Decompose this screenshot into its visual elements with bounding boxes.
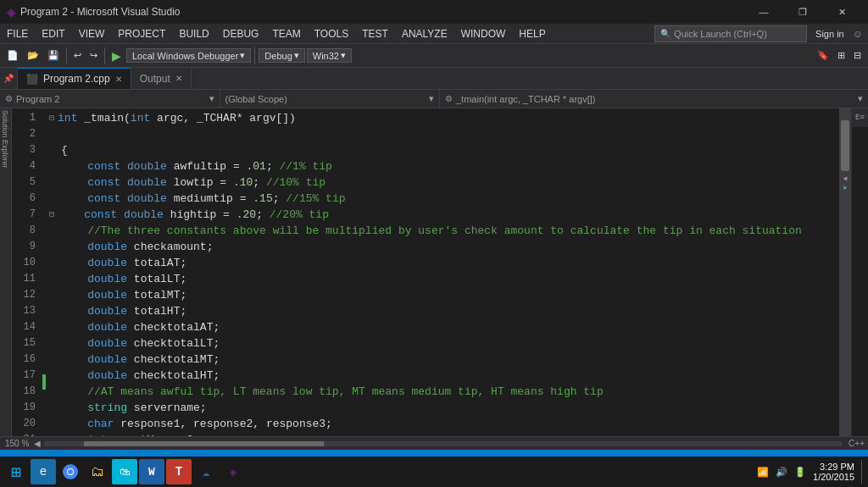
toolbar-btn-extra2[interactable]: ⊟: [850, 48, 865, 63]
project-name: Program 2: [16, 94, 59, 104]
config-dropdown[interactable]: Debug ▾: [259, 48, 304, 63]
project-dropdown[interactable]: ⚙ Program 2 ▾: [0, 90, 220, 108]
code-line-8: //The three constants above will be mult…: [49, 223, 839, 239]
chevron-down-icon-2: ▾: [294, 50, 299, 61]
platform-label: Win32: [313, 51, 339, 61]
tab-output-close-button[interactable]: ✕: [175, 74, 182, 83]
chevron-down-icon-4: ▾: [209, 93, 214, 104]
debugger-label: Local Windows Debugger: [132, 51, 238, 61]
word-icon[interactable]: W: [139, 459, 164, 484]
bookmark-button[interactable]: 🔖: [814, 48, 832, 63]
nav-bar: ⚙ Program 2 ▾ (Global Scope) ▾ ⚙ _tmain(…: [0, 90, 868, 108]
onedrive-icon[interactable]: ☁: [193, 459, 219, 484]
menu-analyze[interactable]: ANALYZE: [395, 24, 454, 43]
tab-bar: 📌 ⬛ Program 2.cpp ✕ Output ✕: [0, 68, 868, 90]
vs-taskbar-icon[interactable]: ◈: [220, 459, 246, 484]
menu-view[interactable]: VIEW: [72, 24, 112, 43]
close-button[interactable]: ✕: [822, 0, 861, 24]
scrollbar-thumb[interactable]: [841, 120, 849, 171]
menu-test[interactable]: TEST: [355, 24, 395, 43]
menu-debug[interactable]: DEBUG: [216, 24, 266, 43]
code-editor[interactable]: ⊟int _tmain(int argc, _TCHAR* argv[]){ c…: [46, 108, 839, 436]
menu-file[interactable]: FILE: [0, 24, 35, 43]
explorer-icon[interactable]: 🗂: [85, 459, 110, 484]
code-line-5: const double lowtip = .10; //10% tip: [49, 174, 839, 191]
menu-window[interactable]: WINDOW: [454, 24, 513, 43]
undo-button[interactable]: ↩: [70, 48, 85, 63]
ie-icon[interactable]: e: [31, 459, 56, 484]
function-dropdown[interactable]: ⚙ _tmain(int argc, _TCHAR * argv[]) ▾: [440, 90, 868, 108]
code-line-11: double totalLT;: [49, 271, 839, 287]
platform-dropdown[interactable]: Win32 ▾: [307, 48, 352, 63]
store-icon[interactable]: 🛍: [112, 459, 137, 484]
show-desktop-icon[interactable]: [861, 460, 865, 484]
quick-launch-input[interactable]: 🔍 Quick Launch (Ctrl+Q): [654, 25, 807, 42]
code-line-19: string servername;: [49, 400, 839, 416]
code-line-21: int countYes = 0;: [49, 432, 839, 436]
toolbar-btn-extra1[interactable]: ⊞: [834, 48, 849, 63]
menu-help[interactable]: HELP: [512, 24, 552, 43]
zoom-level: 150 %: [0, 439, 34, 448]
right-panel: E≡: [851, 108, 868, 436]
menu-edit[interactable]: EDIT: [35, 24, 71, 43]
window-title: Program 2 - Microsoft Visual Studio: [20, 6, 181, 18]
fold-marker[interactable]: ⊟: [49, 207, 54, 223]
start-button[interactable]: ⊞: [3, 459, 29, 484]
minimize-button[interactable]: —: [744, 0, 783, 24]
code-line-4: const double awfultip = .01; //1% tip: [49, 158, 839, 174]
cpp-indicator: C++: [845, 439, 868, 448]
tab-program2-cpp[interactable]: ⬛ Program 2.cpp ✕: [18, 68, 131, 89]
code-line-2: [49, 126, 839, 142]
code-line-1: ⊟int _tmain(int argc, _TCHAR* argv[]): [49, 110, 839, 126]
menu-project[interactable]: PROJECT: [111, 24, 172, 43]
open-button[interactable]: 📂: [24, 48, 42, 63]
debugger-dropdown[interactable]: Local Windows Debugger ▾: [126, 48, 251, 63]
tab-close-button[interactable]: ✕: [115, 75, 122, 84]
menu-tools[interactable]: TOOLS: [308, 24, 355, 43]
line-numbers: 123456789101112131415161718192021: [12, 108, 42, 436]
redo-button[interactable]: ↪: [86, 48, 101, 63]
scope-label: (Global Scope): [225, 94, 287, 104]
tab-output[interactable]: Output ✕: [131, 68, 192, 89]
horizontal-scrollbar[interactable]: [44, 441, 842, 446]
code-line-12: double totalMT;: [49, 287, 839, 303]
code-line-6: const double mediumtip = .15; //15% tip: [49, 191, 839, 207]
project-icon: ⚙: [5, 94, 13, 103]
zoom-decrease-icon[interactable]: ◀: [34, 439, 41, 448]
feedback-icon: ☺: [853, 28, 863, 40]
code-line-3: {: [49, 142, 839, 158]
solution-explorer-tab[interactable]: Solution Explorer: [0, 108, 11, 170]
start-debug-button[interactable]: ▶: [108, 47, 125, 64]
tab-label: Program 2.cpp: [43, 73, 110, 85]
new-file-button[interactable]: 📄: [3, 48, 22, 63]
title-bar-left: ◈ Program 2 - Microsoft Visual Studio: [7, 6, 181, 19]
maximize-button[interactable]: ❐: [783, 0, 822, 24]
sign-in-button[interactable]: Sign in: [810, 29, 849, 39]
tab-icon: ⬛: [26, 74, 38, 85]
taskbar: ⊞ e 🗂 🛍 W T ☁ ◈ 📶 🔊 🔋 3:29 PM 1/20/2015: [0, 457, 868, 487]
save-button[interactable]: 💾: [44, 48, 63, 63]
code-line-7: ⊟ const double hightip = .20; //20% tip: [49, 207, 839, 223]
code-line-14: double checktotalAT;: [49, 319, 839, 335]
tab-output-label: Output: [140, 73, 170, 85]
separator-3: [254, 47, 255, 64]
chevron-down-icon-6: ▾: [858, 93, 863, 104]
code-line-20: char response1, response2, response3;: [49, 416, 839, 432]
time: 3:29 PM: [813, 462, 854, 472]
chrome-icon[interactable]: [58, 459, 83, 484]
left-gutter: Solution Explorer: [0, 108, 12, 436]
scope-dropdown[interactable]: (Global Scope) ▾: [220, 90, 441, 108]
fold-marker[interactable]: ⊟: [49, 110, 54, 126]
chevron-down-icon-5: ▾: [429, 93, 434, 104]
vertical-scrollbar[interactable]: ◀ ➤: [839, 108, 851, 436]
title-bar: ◈ Program 2 - Microsoft Visual Studio — …: [0, 0, 868, 24]
h-scrollbar-thumb[interactable]: [84, 441, 323, 446]
menu-team[interactable]: TEAM: [265, 24, 307, 43]
search-icon: 🔍: [660, 29, 670, 38]
menu-build[interactable]: BUILD: [172, 24, 215, 43]
code-line-13: double totalHT;: [49, 303, 839, 319]
code-line-10: double totalAT;: [49, 255, 839, 271]
t-icon[interactable]: T: [166, 459, 192, 484]
properties-tab[interactable]: E≡: [852, 108, 868, 127]
solution-explorer-pin[interactable]: 📌: [0, 68, 18, 89]
